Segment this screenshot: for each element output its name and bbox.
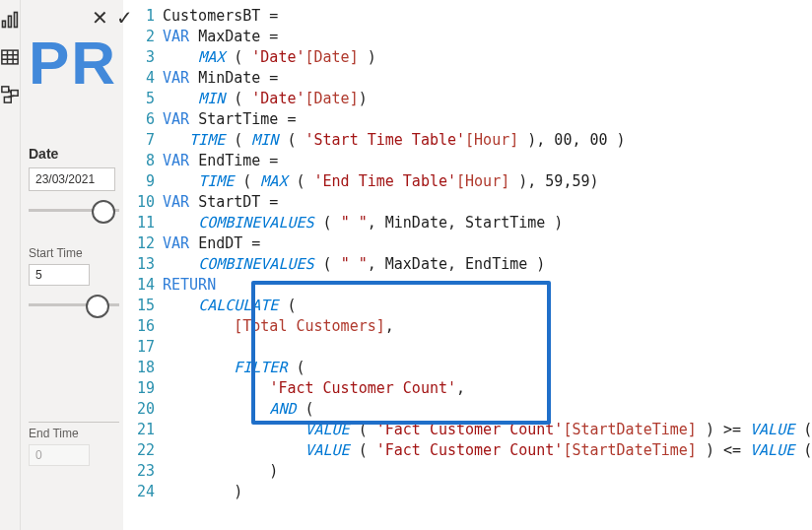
- formula-bar: ✕ ✓ 123456789101112131415161718192021222…: [123, 0, 812, 530]
- date-label: Date: [29, 146, 119, 162]
- commit-formula-button[interactable]: ✓: [116, 6, 133, 30]
- svg-rect-9: [11, 91, 18, 97]
- data-view-icon[interactable]: [0, 47, 20, 67]
- background-watermark: PR: [29, 28, 117, 98]
- code-area[interactable]: CustomersBT =VAR MaxDate = MAX ( 'Date'[…: [163, 6, 812, 530]
- cancel-formula-button[interactable]: ✕: [92, 6, 108, 30]
- line-number-gutter: 123456789101112131415161718192021222324: [123, 6, 163, 530]
- svg-rect-10: [4, 98, 11, 103]
- model-view-icon[interactable]: [0, 85, 20, 104]
- date-input[interactable]: 23/03/2021: [29, 167, 115, 191]
- date-slider[interactable]: [29, 197, 119, 225]
- svg-line-12: [8, 96, 15, 97]
- start-time-slider[interactable]: [29, 292, 119, 319]
- start-time-label: Start Time: [29, 246, 119, 260]
- filters-panel: PR Date 23/03/2021 Start Time 5 End Time…: [21, 0, 123, 530]
- dax-editor[interactable]: 123456789101112131415161718192021222324 …: [123, 0, 812, 530]
- view-rail: [0, 0, 21, 530]
- svg-rect-8: [2, 87, 9, 93]
- report-view-icon[interactable]: [0, 10, 20, 30]
- svg-rect-2: [15, 13, 18, 28]
- end-time-label: End Time: [29, 422, 119, 440]
- svg-rect-1: [9, 16, 12, 27]
- svg-rect-0: [3, 21, 6, 27]
- svg-rect-3: [2, 50, 18, 64]
- end-time-input[interactable]: 0: [29, 444, 90, 466]
- start-time-input[interactable]: 5: [29, 264, 90, 286]
